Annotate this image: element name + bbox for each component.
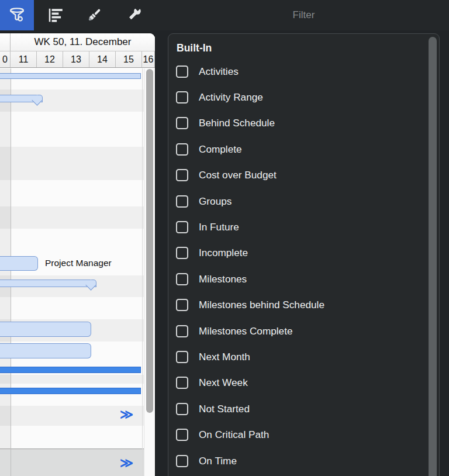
outline-icon	[47, 6, 64, 24]
wrench-icon	[125, 6, 142, 24]
checkbox[interactable]	[176, 299, 188, 311]
checkbox[interactable]	[176, 169, 188, 181]
day-cell: 13	[63, 51, 89, 67]
checkbox[interactable]	[176, 377, 188, 389]
gantt-bar-pointed-group[interactable]	[0, 95, 43, 108]
paintbrush-icon	[85, 6, 103, 24]
filter-section-title: Built-In	[177, 41, 439, 55]
checkbox[interactable]	[176, 195, 188, 208]
overflow-chevron-icon: ≫	[120, 457, 133, 470]
day-cell: 12	[37, 51, 63, 67]
filter-item-label: Incomplete	[199, 247, 248, 259]
week-header-row: WK 50, 11. December	[0, 33, 155, 51]
checkbox[interactable]	[176, 91, 188, 104]
tab-tools[interactable]	[116, 0, 150, 30]
column-gridline	[142, 68, 143, 476]
day-cell: 14	[89, 51, 116, 67]
filter-item-label: In Future	[199, 221, 239, 233]
filter-panel: Built-In Activities Activity Range Behin…	[168, 33, 440, 476]
tab-outline[interactable]	[39, 0, 72, 30]
filter-item[interactable]: Behind Schedule	[168, 111, 426, 136]
filter-item-label: Behind Schedule	[199, 117, 275, 129]
filter-item[interactable]: Cost over Budget	[168, 163, 426, 188]
filter-item[interactable]: Milestones	[168, 266, 426, 292]
tab-filter[interactable]	[0, 0, 34, 30]
gantt-bar-task[interactable]	[0, 343, 91, 358]
gantt-scrollbar-thumb[interactable]	[146, 69, 153, 413]
funnel-icon	[8, 6, 26, 24]
checkbox[interactable]	[176, 65, 188, 78]
bar-label: Project Manager	[45, 258, 112, 268]
filter-item[interactable]: On Critical Path	[168, 422, 426, 447]
toolbar: Filter	[0, 0, 449, 30]
filter-item-label: Activities	[199, 65, 239, 78]
gantt-chart: WK 50, 11. December 0111213141516 Projec…	[0, 33, 155, 476]
filter-item[interactable]: Next Month	[168, 344, 426, 370]
filter-item[interactable]: Groups	[168, 188, 426, 214]
filter-item[interactable]: Activities	[168, 58, 426, 84]
filter-item-label: On Time	[199, 455, 237, 467]
filter-item-label: On Critical Path	[199, 429, 269, 441]
checkbox[interactable]	[176, 143, 188, 156]
gantt-bar-task[interactable]	[0, 322, 91, 337]
filter-item[interactable]: In Future	[168, 214, 426, 240]
filter-item-label: Milestones behind Schedule	[199, 299, 324, 311]
checkbox[interactable]	[176, 325, 188, 337]
filter-item-label: Complete	[199, 143, 242, 156]
filter-item-label: Groups	[199, 195, 232, 208]
filter-item-label: Activity Range	[199, 91, 263, 104]
day-cell: 15	[116, 51, 142, 67]
checkbox[interactable]	[176, 117, 188, 129]
checkbox[interactable]	[176, 403, 188, 415]
row-stripe	[0, 206, 155, 229]
filter-item[interactable]: On Time	[168, 448, 426, 474]
checkbox[interactable]	[176, 429, 188, 441]
filter-list: Activities Activity Range Behind Schedul…	[168, 58, 426, 474]
day-cell: 0	[0, 51, 11, 67]
week-header-stub	[0, 33, 11, 51]
panel-title: Filter	[168, 0, 440, 30]
gantt-scrollbar-track[interactable]	[144, 68, 155, 476]
gantt-bar-pointed-group[interactable]	[0, 280, 96, 292]
checkbox[interactable]	[176, 221, 188, 233]
day-cell: 16	[142, 51, 155, 67]
filter-item[interactable]: Activity Range	[168, 84, 426, 110]
overflow-chevron-icon: ≫	[120, 408, 133, 421]
gantt-bar-task[interactable]	[0, 256, 38, 271]
gantt-bar-solid[interactable]	[0, 388, 141, 394]
weekend-shading	[0, 68, 11, 476]
checkbox[interactable]	[176, 351, 188, 363]
row-stripe	[0, 375, 155, 384]
filter-item-label: Cost over Budget	[199, 169, 277, 181]
day-header-row: 0111213141516	[0, 51, 155, 68]
app-window: Filter WK 50, 11. December 0111213141516…	[0, 0, 449, 476]
filter-item-label: Next Month	[199, 351, 250, 363]
filter-item[interactable]: Milestones Complete	[168, 318, 426, 344]
checkbox[interactable]	[176, 247, 188, 259]
row-stripe	[0, 147, 155, 180]
filter-item[interactable]: Complete	[168, 136, 426, 162]
group-bar-body	[0, 280, 96, 287]
filter-item[interactable]: Incomplete	[168, 240, 426, 266]
day-cell: 11	[11, 51, 37, 67]
gantt-bar-flat-group[interactable]	[0, 73, 141, 79]
week-gridline	[11, 68, 11, 476]
filter-item-label: Next Week	[199, 377, 248, 389]
filter-item[interactable]: Not Started	[168, 396, 426, 422]
checkbox[interactable]	[176, 273, 188, 285]
checkbox[interactable]	[176, 455, 188, 467]
filter-item[interactable]: Milestones behind Schedule	[168, 292, 426, 318]
gantt-body[interactable]: Project Manager≫≫	[0, 68, 155, 476]
filter-item-label: Milestones	[199, 273, 247, 285]
filter-item-label: Not Started	[199, 403, 250, 415]
filter-scrollbar-thumb[interactable]	[429, 37, 437, 476]
tab-format[interactable]	[77, 0, 111, 30]
filter-item[interactable]: Next Week	[168, 370, 426, 396]
gantt-bar-solid[interactable]	[0, 367, 141, 373]
filter-item-label: Milestones Complete	[199, 325, 293, 337]
week-header-label: WK 50, 11. December	[11, 33, 155, 51]
